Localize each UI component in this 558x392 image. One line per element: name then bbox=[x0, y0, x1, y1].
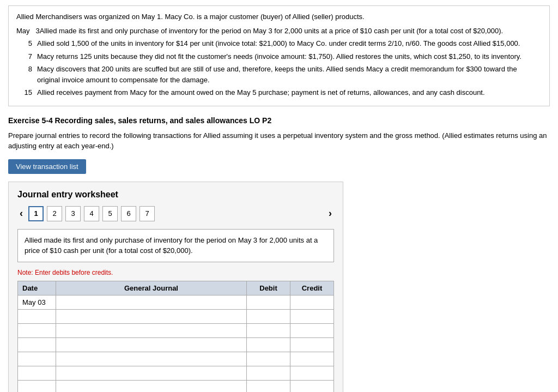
tab-7[interactable]: 7 bbox=[140, 206, 155, 221]
credit-cell-3[interactable] bbox=[290, 337, 334, 352]
date-label-5: 5 bbox=[16, 38, 37, 49]
credit-cell-5[interactable] bbox=[290, 366, 334, 380]
debit-input-0[interactable] bbox=[249, 298, 288, 306]
journal-input-2[interactable] bbox=[58, 327, 244, 335]
debit-cell-1[interactable] bbox=[247, 309, 290, 323]
tab-4[interactable]: 4 bbox=[84, 206, 99, 221]
journal-cell-4[interactable] bbox=[56, 352, 247, 366]
journal-input-4[interactable] bbox=[58, 355, 244, 363]
journal-input-1[interactable] bbox=[58, 312, 244, 321]
date-cell-1 bbox=[18, 309, 56, 323]
view-transaction-button[interactable]: View transaction list bbox=[8, 159, 86, 174]
journal-input-3[interactable] bbox=[58, 341, 244, 349]
transaction-description-box: Allied made its first and only purchase … bbox=[17, 229, 334, 262]
credit-input-1[interactable] bbox=[293, 312, 331, 321]
date-cell-3 bbox=[18, 337, 56, 352]
table-row: May 03 bbox=[18, 295, 334, 309]
worksheet-title: Journal entry worksheet bbox=[17, 190, 334, 200]
date-label-7: 7 bbox=[16, 51, 37, 62]
debit-input-3[interactable] bbox=[249, 341, 288, 349]
worksheet-container: Journal entry worksheet ‹ 1 2 3 4 5 6 7 … bbox=[8, 182, 343, 393]
transaction-row-7: 7 Macy returns 125 units because they di… bbox=[16, 51, 542, 62]
date-label-15: 15 bbox=[16, 87, 37, 98]
credit-cell-2[interactable] bbox=[290, 323, 334, 337]
table-row bbox=[18, 352, 334, 366]
debit-cell-5[interactable] bbox=[247, 366, 290, 380]
transaction-text-8: Macy discovers that 200 units are scuffe… bbox=[37, 64, 542, 85]
journal-table: Date General Journal Debit Credit May 03 bbox=[17, 281, 334, 393]
table-row bbox=[18, 323, 334, 337]
transaction-row-8: 8 Macy discovers that 200 units are scuf… bbox=[16, 64, 542, 85]
date-cell-2 bbox=[18, 323, 56, 337]
debit-input-6[interactable] bbox=[249, 383, 288, 391]
credit-input-6[interactable] bbox=[293, 383, 331, 391]
col-header-journal: General Journal bbox=[56, 281, 247, 295]
transaction-row-15: 15 Allied receives payment from Macy for… bbox=[16, 87, 542, 98]
table-row bbox=[18, 337, 334, 352]
credit-cell-0[interactable] bbox=[290, 295, 334, 309]
date-cell-4 bbox=[18, 352, 56, 366]
tab-2[interactable]: 2 bbox=[47, 206, 62, 221]
exercise-title: Exercise 5-4 Recording sales, sales retu… bbox=[8, 116, 550, 125]
debit-cell-6[interactable] bbox=[247, 380, 290, 392]
journal-cell-2[interactable] bbox=[56, 323, 247, 337]
date-cell-0: May 03 bbox=[18, 295, 56, 309]
next-tab-button[interactable]: › bbox=[326, 208, 334, 219]
col-header-date: Date bbox=[18, 281, 56, 295]
journal-cell-6[interactable] bbox=[56, 380, 247, 392]
date-label-8: 8 bbox=[16, 64, 37, 85]
transaction-text-3: Allied made its first and only purchase … bbox=[40, 26, 504, 37]
col-header-credit: Credit bbox=[290, 281, 334, 295]
credit-cell-4[interactable] bbox=[290, 352, 334, 366]
table-row bbox=[18, 380, 334, 392]
journal-input-6[interactable] bbox=[58, 383, 244, 391]
credit-input-0[interactable] bbox=[293, 298, 331, 306]
transaction-text-7: Macy returns 125 units because they did … bbox=[37, 51, 521, 62]
intro-text: Allied Merchandisers was organized on Ma… bbox=[16, 11, 542, 22]
journal-input-0[interactable] bbox=[58, 298, 244, 306]
transaction-row-3: May 3 Allied made its first and only pur… bbox=[16, 26, 542, 37]
credit-input-4[interactable] bbox=[293, 355, 331, 363]
credit-input-3[interactable] bbox=[293, 341, 331, 349]
note-text: Note: Enter debits before credits. bbox=[17, 269, 334, 276]
date-cell-5 bbox=[18, 366, 56, 380]
prev-tab-button[interactable]: ‹ bbox=[17, 208, 25, 219]
transaction-text-15: Allied receives payment from Macy for th… bbox=[37, 87, 485, 98]
debit-cell-4[interactable] bbox=[247, 352, 290, 366]
debit-cell-3[interactable] bbox=[247, 337, 290, 352]
exercise-description: Prepare journal entries to record the fo… bbox=[8, 130, 550, 152]
tab-3[interactable]: 3 bbox=[65, 206, 81, 221]
intro-box: Allied Merchandisers was organized on Ma… bbox=[8, 5, 550, 106]
credit-cell-1[interactable] bbox=[290, 309, 334, 323]
transaction-text-5: Allied sold 1,500 of the units in invent… bbox=[37, 38, 520, 49]
debit-input-2[interactable] bbox=[249, 327, 288, 335]
debit-cell-2[interactable] bbox=[247, 323, 290, 337]
tab-6[interactable]: 6 bbox=[121, 206, 136, 221]
table-row bbox=[18, 366, 334, 380]
journal-cell-0[interactable] bbox=[56, 295, 247, 309]
journal-input-5[interactable] bbox=[58, 369, 244, 377]
debit-input-4[interactable] bbox=[249, 355, 288, 363]
journal-cell-1[interactable] bbox=[56, 309, 247, 323]
journal-cell-3[interactable] bbox=[56, 337, 247, 352]
credit-input-2[interactable] bbox=[293, 327, 331, 335]
date-label-3: May 3 bbox=[16, 26, 40, 37]
tab-1[interactable]: 1 bbox=[28, 206, 44, 221]
transaction-row-5: 5 Allied sold 1,500 of the units in inve… bbox=[16, 38, 542, 49]
table-row bbox=[18, 309, 334, 323]
credit-input-5[interactable] bbox=[293, 369, 331, 377]
date-cell-6 bbox=[18, 380, 56, 392]
credit-cell-6[interactable] bbox=[290, 380, 334, 392]
tab-5[interactable]: 5 bbox=[102, 206, 118, 221]
debit-cell-0[interactable] bbox=[247, 295, 290, 309]
tab-navigation: ‹ 1 2 3 4 5 6 7 › bbox=[17, 206, 334, 221]
debit-input-5[interactable] bbox=[249, 369, 288, 377]
journal-cell-5[interactable] bbox=[56, 366, 247, 380]
col-header-debit: Debit bbox=[247, 281, 290, 295]
debit-input-1[interactable] bbox=[249, 312, 288, 321]
